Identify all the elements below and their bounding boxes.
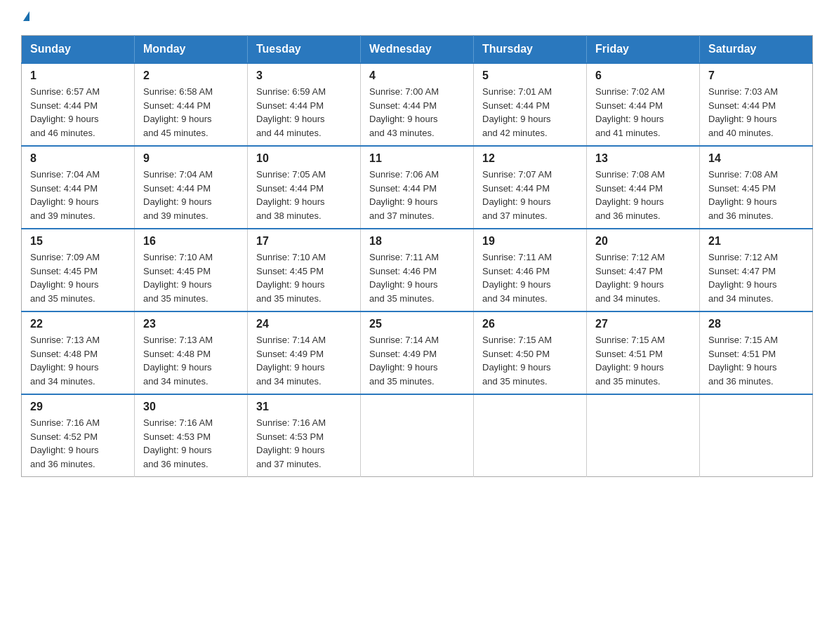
day-info: Sunrise: 7:01 AM Sunset: 4:44 PM Dayligh…: [482, 85, 578, 140]
day-number: 9: [143, 152, 239, 165]
week-row-2: 8 Sunrise: 7:04 AM Sunset: 4:44 PM Dayli…: [22, 146, 813, 229]
header-friday: Friday: [587, 36, 700, 64]
calendar-cell: 28 Sunrise: 7:15 AM Sunset: 4:51 PM Dayl…: [700, 311, 813, 394]
day-number: 10: [256, 152, 352, 165]
day-number: 27: [595, 318, 691, 330]
day-info: Sunrise: 7:12 AM Sunset: 4:47 PM Dayligh…: [595, 250, 691, 305]
calendar-table: SundayMondayTuesdayWednesdayThursdayFrid…: [21, 35, 813, 477]
day-number: 19: [482, 235, 578, 248]
day-info: Sunrise: 7:14 AM Sunset: 4:49 PM Dayligh…: [369, 333, 465, 388]
day-info: Sunrise: 7:09 AM Sunset: 4:45 PM Dayligh…: [30, 250, 126, 305]
day-info: Sunrise: 6:59 AM Sunset: 4:44 PM Dayligh…: [256, 85, 352, 140]
header-thursday: Thursday: [474, 36, 587, 64]
calendar-cell: 16 Sunrise: 7:10 AM Sunset: 4:45 PM Dayl…: [135, 229, 248, 311]
day-info: Sunrise: 6:57 AM Sunset: 4:44 PM Dayligh…: [30, 85, 126, 140]
header-sunday: Sunday: [22, 36, 135, 64]
day-info: Sunrise: 7:08 AM Sunset: 4:45 PM Dayligh…: [708, 168, 804, 222]
day-info: Sunrise: 7:10 AM Sunset: 4:45 PM Dayligh…: [143, 250, 239, 305]
calendar-cell: [700, 394, 813, 477]
day-number: 15: [30, 235, 126, 248]
page-header: [21, 14, 813, 21]
day-number: 1: [30, 69, 126, 82]
day-number: 13: [595, 152, 691, 165]
calendar-cell: 8 Sunrise: 7:04 AM Sunset: 4:44 PM Dayli…: [22, 146, 135, 229]
day-number: 24: [256, 318, 352, 330]
calendar-cell: 3 Sunrise: 6:59 AM Sunset: 4:44 PM Dayli…: [248, 63, 361, 146]
calendar-cell: 26 Sunrise: 7:15 AM Sunset: 4:50 PM Dayl…: [474, 311, 587, 394]
header-wednesday: Wednesday: [361, 36, 474, 64]
day-number: 16: [143, 235, 239, 248]
calendar-cell: 24 Sunrise: 7:14 AM Sunset: 4:49 PM Dayl…: [248, 311, 361, 394]
calendar-cell: 29 Sunrise: 7:16 AM Sunset: 4:52 PM Dayl…: [22, 394, 135, 477]
calendar-cell: 2 Sunrise: 6:58 AM Sunset: 4:44 PM Dayli…: [135, 63, 248, 146]
calendar-cell: [587, 394, 700, 477]
calendar-cell: 30 Sunrise: 7:16 AM Sunset: 4:53 PM Dayl…: [135, 394, 248, 477]
day-number: 31: [256, 401, 352, 413]
day-info: Sunrise: 7:10 AM Sunset: 4:45 PM Dayligh…: [256, 250, 352, 305]
day-info: Sunrise: 7:03 AM Sunset: 4:44 PM Dayligh…: [708, 85, 804, 140]
day-number: 8: [30, 152, 126, 165]
calendar-cell: 6 Sunrise: 7:02 AM Sunset: 4:44 PM Dayli…: [587, 63, 700, 146]
day-info: Sunrise: 7:06 AM Sunset: 4:44 PM Dayligh…: [369, 168, 465, 222]
day-info: Sunrise: 7:04 AM Sunset: 4:44 PM Dayligh…: [143, 168, 239, 222]
calendar-cell: 23 Sunrise: 7:13 AM Sunset: 4:48 PM Dayl…: [135, 311, 248, 394]
day-number: 5: [482, 69, 578, 82]
day-number: 21: [708, 235, 804, 248]
calendar-cell: [474, 394, 587, 477]
day-number: 25: [369, 318, 465, 330]
calendar-cell: [361, 394, 474, 477]
calendar-cell: 11 Sunrise: 7:06 AM Sunset: 4:44 PM Dayl…: [361, 146, 474, 229]
day-number: 3: [256, 69, 352, 82]
day-number: 26: [482, 318, 578, 330]
day-info: Sunrise: 6:58 AM Sunset: 4:44 PM Dayligh…: [143, 85, 239, 140]
calendar-cell: 25 Sunrise: 7:14 AM Sunset: 4:49 PM Dayl…: [361, 311, 474, 394]
day-info: Sunrise: 7:12 AM Sunset: 4:47 PM Dayligh…: [708, 250, 804, 305]
day-number: 29: [30, 401, 126, 413]
calendar-cell: 13 Sunrise: 7:08 AM Sunset: 4:44 PM Dayl…: [587, 146, 700, 229]
calendar-cell: 15 Sunrise: 7:09 AM Sunset: 4:45 PM Dayl…: [22, 229, 135, 311]
day-info: Sunrise: 7:11 AM Sunset: 4:46 PM Dayligh…: [369, 250, 465, 305]
calendar-header: SundayMondayTuesdayWednesdayThursdayFrid…: [22, 36, 813, 64]
week-row-1: 1 Sunrise: 6:57 AM Sunset: 4:44 PM Dayli…: [22, 63, 813, 146]
header-monday: Monday: [135, 36, 248, 64]
calendar-body: 1 Sunrise: 6:57 AM Sunset: 4:44 PM Dayli…: [22, 63, 813, 477]
day-number: 7: [708, 69, 804, 82]
calendar-cell: 12 Sunrise: 7:07 AM Sunset: 4:44 PM Dayl…: [474, 146, 587, 229]
day-info: Sunrise: 7:13 AM Sunset: 4:48 PM Dayligh…: [143, 333, 239, 388]
calendar-cell: 22 Sunrise: 7:13 AM Sunset: 4:48 PM Dayl…: [22, 311, 135, 394]
week-row-5: 29 Sunrise: 7:16 AM Sunset: 4:52 PM Dayl…: [22, 394, 813, 477]
day-info: Sunrise: 7:02 AM Sunset: 4:44 PM Dayligh…: [595, 85, 691, 140]
day-number: 23: [143, 318, 239, 330]
day-number: 2: [143, 69, 239, 82]
day-number: 30: [143, 401, 239, 413]
day-info: Sunrise: 7:11 AM Sunset: 4:46 PM Dayligh…: [482, 250, 578, 305]
day-info: Sunrise: 7:04 AM Sunset: 4:44 PM Dayligh…: [30, 168, 126, 222]
week-row-3: 15 Sunrise: 7:09 AM Sunset: 4:45 PM Dayl…: [22, 229, 813, 311]
day-info: Sunrise: 7:15 AM Sunset: 4:51 PM Dayligh…: [708, 333, 804, 388]
calendar-cell: 27 Sunrise: 7:15 AM Sunset: 4:51 PM Dayl…: [587, 311, 700, 394]
calendar-cell: 19 Sunrise: 7:11 AM Sunset: 4:46 PM Dayl…: [474, 229, 587, 311]
days-of-week-row: SundayMondayTuesdayWednesdayThursdayFrid…: [22, 36, 813, 64]
calendar-cell: 4 Sunrise: 7:00 AM Sunset: 4:44 PM Dayli…: [361, 63, 474, 146]
day-info: Sunrise: 7:16 AM Sunset: 4:53 PM Dayligh…: [143, 416, 239, 471]
calendar-cell: 10 Sunrise: 7:05 AM Sunset: 4:44 PM Dayl…: [248, 146, 361, 229]
day-number: 4: [369, 69, 465, 82]
day-number: 6: [595, 69, 691, 82]
logo: [21, 14, 29, 21]
calendar-cell: 20 Sunrise: 7:12 AM Sunset: 4:47 PM Dayl…: [587, 229, 700, 311]
day-number: 12: [482, 152, 578, 165]
day-number: 17: [256, 235, 352, 248]
header-tuesday: Tuesday: [248, 36, 361, 64]
day-info: Sunrise: 7:07 AM Sunset: 4:44 PM Dayligh…: [482, 168, 578, 222]
calendar-cell: 21 Sunrise: 7:12 AM Sunset: 4:47 PM Dayl…: [700, 229, 813, 311]
day-info: Sunrise: 7:15 AM Sunset: 4:50 PM Dayligh…: [482, 333, 578, 388]
calendar-cell: 5 Sunrise: 7:01 AM Sunset: 4:44 PM Dayli…: [474, 63, 587, 146]
day-number: 28: [708, 318, 804, 330]
calendar-cell: 18 Sunrise: 7:11 AM Sunset: 4:46 PM Dayl…: [361, 229, 474, 311]
day-info: Sunrise: 7:05 AM Sunset: 4:44 PM Dayligh…: [256, 168, 352, 222]
day-info: Sunrise: 7:00 AM Sunset: 4:44 PM Dayligh…: [369, 85, 465, 140]
day-info: Sunrise: 7:15 AM Sunset: 4:51 PM Dayligh…: [595, 333, 691, 388]
calendar-cell: 1 Sunrise: 6:57 AM Sunset: 4:44 PM Dayli…: [22, 63, 135, 146]
calendar-cell: 14 Sunrise: 7:08 AM Sunset: 4:45 PM Dayl…: [700, 146, 813, 229]
header-saturday: Saturday: [700, 36, 813, 64]
